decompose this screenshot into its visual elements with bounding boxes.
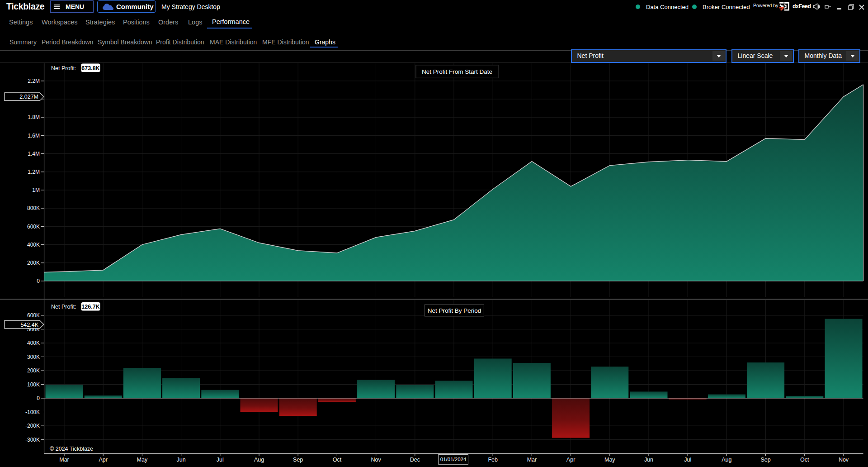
svg-text:Sep: Sep [293,457,303,463]
svg-text:200K: 200K [27,367,40,374]
svg-text:Oct: Oct [333,457,342,463]
svg-text:542.4K: 542.4K [20,322,38,328]
svg-text:400K: 400K [27,242,40,248]
svg-text:-100K: -100K [25,409,40,415]
svg-text:600K: 600K [27,224,40,230]
svg-text:Net Profit:: Net Profit: [51,304,76,310]
svg-text:-200K: -200K [25,423,40,429]
svg-text:600K: 600K [27,312,40,319]
svg-text:Jul: Jul [684,457,691,463]
svg-text:2.2M: 2.2M [28,78,40,84]
svg-text:Mar: Mar [59,457,69,463]
svg-text:Nov: Nov [371,457,381,463]
svg-text:Mar: Mar [527,457,537,463]
svg-text:673.8K: 673.8K [81,65,99,71]
svg-text:800K: 800K [27,205,40,211]
svg-text:Oct: Oct [800,457,809,463]
svg-text:300K: 300K [27,354,40,360]
svg-text:Net Profit:: Net Profit: [51,65,76,71]
svg-text:-300K: -300K [25,437,40,443]
svg-text:0: 0 [37,278,40,284]
svg-text:Jul: Jul [217,457,224,463]
svg-text:© 2024 Tickblaze: © 2024 Tickblaze [50,446,93,452]
svg-text:1.8M: 1.8M [28,114,40,120]
svg-text:May: May [137,457,148,463]
svg-text:01/01/2024: 01/01/2024 [440,457,467,462]
svg-text:Net Profit By Period: Net Profit By Period [428,307,481,314]
svg-text:Aug: Aug [722,457,731,463]
svg-text:May: May [604,457,615,463]
svg-text:1.4M: 1.4M [28,151,40,157]
svg-text:Jun: Jun [177,457,186,463]
svg-text:200K: 200K [27,260,40,266]
svg-text:Jun: Jun [644,457,653,463]
svg-text:Feb: Feb [488,457,498,463]
svg-text:Apr: Apr [566,457,575,463]
svg-text:1M: 1M [32,187,40,193]
svg-text:Nov: Nov [839,457,849,463]
svg-text:100K: 100K [27,381,40,388]
svg-text:Net Profit From Start Date: Net Profit From Start Date [422,68,492,75]
svg-text:Apr: Apr [99,457,107,463]
svg-text:1.2M: 1.2M [28,169,40,175]
svg-text:Aug: Aug [254,457,264,463]
svg-text:126.7K: 126.7K [81,304,99,310]
svg-text:Sep: Sep [760,457,770,463]
svg-text:400K: 400K [27,340,40,346]
svg-text:0: 0 [37,395,40,401]
svg-text:1.6M: 1.6M [28,133,40,139]
svg-text:Dec: Dec [410,457,420,463]
svg-text:2.027M: 2.027M [19,94,38,100]
